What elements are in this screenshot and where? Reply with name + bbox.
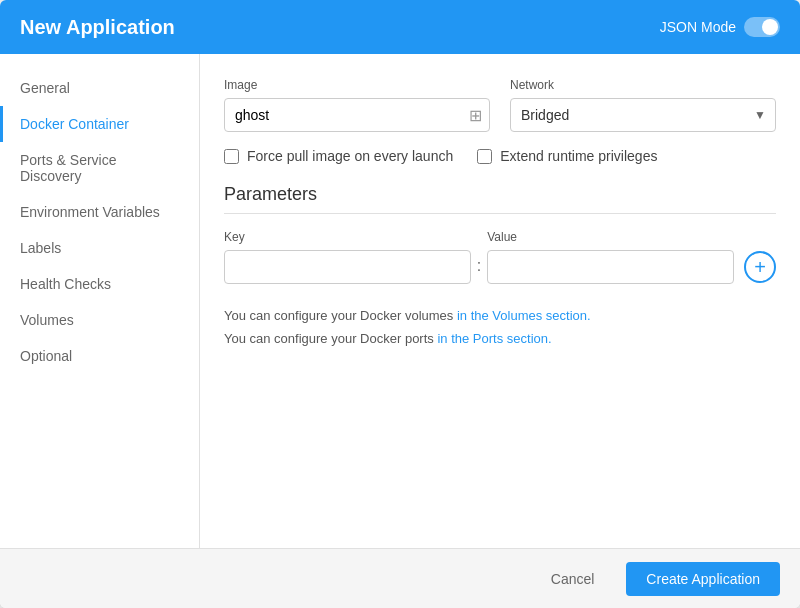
- params-row: Key : Value +: [224, 230, 776, 284]
- network-select-wrapper: Bridged Host User ▼: [510, 98, 776, 132]
- ports-link[interactable]: in the Ports section.: [437, 331, 551, 346]
- key-input[interactable]: [224, 250, 471, 284]
- json-mode-label: JSON Mode: [660, 19, 736, 35]
- image-input[interactable]: [224, 98, 490, 132]
- info-text: You can configure your Docker volumes in…: [224, 304, 776, 351]
- extend-privileges-checkbox[interactable]: [477, 149, 492, 164]
- sidebar-item-environment-variables[interactable]: Environment Variables: [0, 194, 199, 230]
- parameters-title: Parameters: [224, 184, 776, 214]
- image-network-row: Image ⊞ Network Bridged Host User: [224, 78, 776, 132]
- add-param-button[interactable]: +: [744, 251, 776, 283]
- sidebar-item-ports-service-discovery[interactable]: Ports & Service Discovery: [0, 142, 199, 194]
- network-label: Network: [510, 78, 776, 92]
- value-label: Value: [487, 230, 734, 244]
- key-group: Key: [224, 230, 471, 284]
- image-group: Image ⊞: [224, 78, 490, 132]
- network-group: Network Bridged Host User ▼: [510, 78, 776, 132]
- sidebar-item-docker-container[interactable]: Docker Container: [0, 106, 199, 142]
- extend-privileges-label[interactable]: Extend runtime privileges: [477, 148, 657, 164]
- cancel-button[interactable]: Cancel: [531, 562, 615, 596]
- image-label: Image: [224, 78, 490, 92]
- checkbox-row: Force pull image on every launch Extend …: [224, 148, 776, 164]
- modal-body: General Docker Container Ports & Service…: [0, 54, 800, 548]
- value-group: Value: [487, 230, 734, 284]
- json-mode-area: JSON Mode: [660, 17, 780, 37]
- modal-container: New Application JSON Mode General Docker…: [0, 0, 800, 608]
- content-area: Image ⊞ Network Bridged Host User: [200, 54, 800, 548]
- sidebar-item-volumes[interactable]: Volumes: [0, 302, 199, 338]
- value-input[interactable]: [487, 250, 734, 284]
- sidebar: General Docker Container Ports & Service…: [0, 54, 200, 548]
- sidebar-item-health-checks[interactable]: Health Checks: [0, 266, 199, 302]
- sidebar-item-general[interactable]: General: [0, 70, 199, 106]
- sidebar-item-optional[interactable]: Optional: [0, 338, 199, 374]
- modal-footer: Cancel Create Application: [0, 548, 800, 608]
- force-pull-checkbox[interactable]: [224, 149, 239, 164]
- create-application-button[interactable]: Create Application: [626, 562, 780, 596]
- ports-info-line: You can configure your Docker ports in t…: [224, 327, 776, 350]
- volumes-link[interactable]: in the Volumes section.: [457, 308, 591, 323]
- key-label: Key: [224, 230, 471, 244]
- modal-title: New Application: [20, 16, 175, 39]
- modal-header: New Application JSON Mode: [0, 0, 800, 54]
- image-browse-icon[interactable]: ⊞: [469, 106, 482, 125]
- colon-separator: :: [471, 257, 487, 284]
- force-pull-label[interactable]: Force pull image on every launch: [224, 148, 453, 164]
- json-mode-toggle[interactable]: [744, 17, 780, 37]
- image-input-wrapper: ⊞: [224, 98, 490, 132]
- sidebar-item-labels[interactable]: Labels: [0, 230, 199, 266]
- network-select[interactable]: Bridged Host User: [510, 98, 776, 132]
- volumes-info-line: You can configure your Docker volumes in…: [224, 304, 776, 327]
